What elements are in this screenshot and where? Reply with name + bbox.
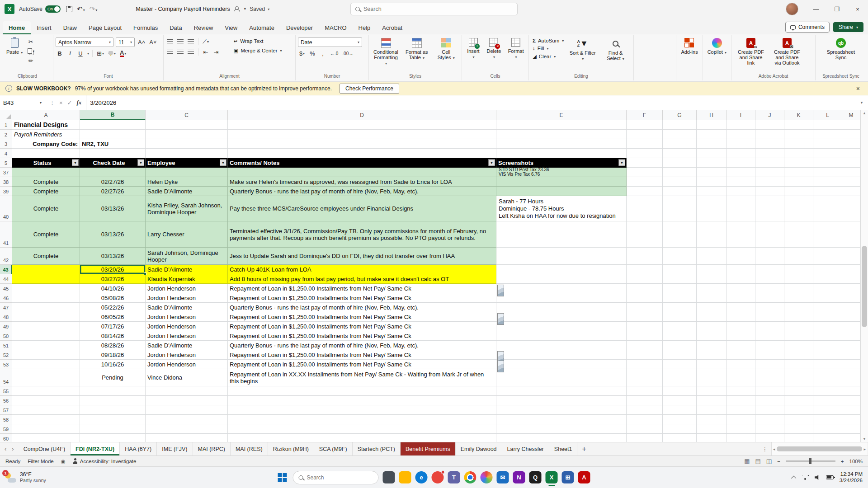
cell-D42[interactable]: Jess to Update Sarah and Dominque's DD o… (228, 248, 496, 265)
row-header-49[interactable]: 49 (0, 322, 12, 331)
cell-L40[interactable] (813, 196, 842, 221)
cell-E1[interactable] (496, 120, 627, 130)
ribbon-tab-home[interactable]: Home (3, 21, 31, 34)
name-box[interactable]: B43▾ (0, 95, 45, 110)
row-header-1[interactable]: 1 (0, 120, 12, 130)
cell-L47[interactable] (813, 303, 842, 312)
ribbon-tab-draw[interactable]: Draw (57, 21, 83, 34)
cell-E3[interactable] (496, 139, 627, 149)
cell-G50[interactable] (663, 331, 697, 341)
horizontal-scrollbar[interactable]: ◂ ▸ (771, 442, 867, 455)
cell-C54[interactable]: Vince Didona (146, 369, 228, 386)
cell-H51[interactable] (697, 341, 726, 350)
row-header-50[interactable]: 50 (0, 331, 12, 341)
conditional-formatting-button[interactable]: Conditional Formatting ▾ (371, 36, 401, 68)
taskbar-app-quickbooks-icon[interactable]: Q (529, 471, 542, 483)
cell-L41[interactable] (813, 221, 842, 248)
cell-J5[interactable] (755, 158, 784, 168)
cell-M37[interactable] (842, 168, 860, 177)
row-header-57[interactable]: 57 (0, 405, 12, 415)
cell-F49[interactable] (627, 322, 663, 331)
cell-J46[interactable] (755, 293, 784, 303)
row-header-52[interactable]: 52 (0, 350, 12, 360)
row-header-55[interactable]: 55 (0, 386, 12, 396)
cell-A39[interactable]: Complete (12, 187, 80, 196)
cell-F44[interactable] (627, 274, 663, 284)
cell-M43[interactable] (842, 265, 860, 274)
enter-icon[interactable]: ✓ (67, 99, 72, 106)
active-cell-B43[interactable]: 03/20/26 (80, 265, 146, 274)
cell-M48[interactable] (842, 312, 860, 322)
sheet-tab-larry-chessler[interactable]: Larry Chessler (502, 442, 549, 455)
scroll-up-icon[interactable]: ▲ (863, 111, 866, 115)
paste-button[interactable]: Paste ▾ (4, 36, 25, 57)
column-header-l[interactable]: L (813, 110, 842, 120)
percent-style-button[interactable]: % (308, 49, 316, 57)
cell-H5[interactable] (697, 158, 726, 168)
cell-D3[interactable] (228, 139, 496, 149)
cell-B59[interactable] (80, 424, 146, 434)
cell-I5[interactable] (726, 158, 755, 168)
row-header-59[interactable]: 59 (0, 424, 12, 434)
format-cells-button[interactable]: Format ▾ (505, 36, 526, 62)
cell-J4[interactable] (755, 149, 784, 158)
cell-D37[interactable] (228, 168, 496, 177)
cell-A42[interactable]: Complete (12, 248, 80, 265)
cell-F59[interactable] (627, 424, 663, 434)
cell-K45[interactable] (784, 284, 813, 293)
accounting-format-button[interactable]: $▾ (298, 49, 306, 57)
cell-I40[interactable] (726, 196, 755, 221)
column-header-f[interactable]: F (627, 110, 663, 120)
share-button[interactable]: Share▾ (833, 22, 863, 32)
cell-D59[interactable] (228, 424, 496, 434)
ribbon-tab-formulas[interactable]: Formulas (127, 21, 164, 34)
cell-D41[interactable]: Terminated effective 3/1/26, Commission/… (228, 221, 496, 248)
column-header-i[interactable]: I (726, 110, 755, 120)
cell-K55[interactable] (784, 386, 813, 396)
cell-K53[interactable] (784, 360, 813, 369)
cell-G39[interactable] (663, 187, 697, 196)
row-header-39[interactable]: 39 (0, 187, 12, 196)
cell-B2[interactable] (80, 130, 146, 139)
normal-view-icon[interactable]: ▦ (744, 458, 750, 465)
cell-B49[interactable]: 07/17/26 (80, 322, 146, 331)
cell-G43[interactable] (663, 265, 697, 274)
row-header-4[interactable]: 4 (0, 149, 12, 158)
cell-L57[interactable] (813, 405, 842, 415)
insert-function-button[interactable]: fx (77, 99, 82, 106)
cell-M39[interactable] (842, 187, 860, 196)
cell-E46[interactable] (496, 293, 627, 303)
cell-A60[interactable] (12, 434, 80, 442)
cell-C47[interactable]: Sadie D'Alimonte (146, 303, 228, 312)
cell-D50[interactable]: Repayment of Loan in $1,250.00 Installme… (228, 331, 496, 341)
cell-K59[interactable] (784, 424, 813, 434)
cell-H4[interactable] (697, 149, 726, 158)
row-header-60[interactable]: 60 (0, 434, 12, 442)
cell-D4[interactable] (228, 149, 496, 158)
start-button[interactable] (278, 473, 287, 482)
cell-C49[interactable]: Jordon Henderson (146, 322, 228, 331)
cell-M40[interactable] (842, 196, 860, 221)
cell-J60[interactable] (755, 434, 784, 442)
cell-D44[interactable]: Add 8 hours of missing pay from last pay… (228, 274, 496, 284)
cell-G60[interactable] (663, 434, 697, 442)
cell-J52[interactable] (755, 350, 784, 360)
cell-J47[interactable] (755, 303, 784, 312)
cell-M57[interactable] (842, 405, 860, 415)
cell-A52[interactable] (12, 350, 80, 360)
cell-L38[interactable] (813, 177, 842, 187)
zoom-in-button[interactable]: + (841, 459, 844, 464)
cell-I59[interactable] (726, 424, 755, 434)
cell-B1[interactable] (80, 120, 146, 130)
cell-B40[interactable]: 03/13/26 (80, 196, 146, 221)
row-header-37[interactable]: 37 (0, 168, 12, 177)
cell-H42[interactable] (697, 248, 726, 265)
cell-E49[interactable] (496, 322, 627, 331)
autosave-toggle[interactable]: AutoSave On (19, 5, 61, 13)
cell-C2[interactable] (146, 130, 228, 139)
cell-C3[interactable] (146, 139, 228, 149)
cell-L44[interactable] (813, 274, 842, 284)
cell-K57[interactable] (784, 405, 813, 415)
sheet-tab-mai-rpc[interactable]: MAI (RPC) (193, 442, 231, 455)
sheet-tab-sca-m9f[interactable]: SCA (M9F) (314, 442, 353, 455)
